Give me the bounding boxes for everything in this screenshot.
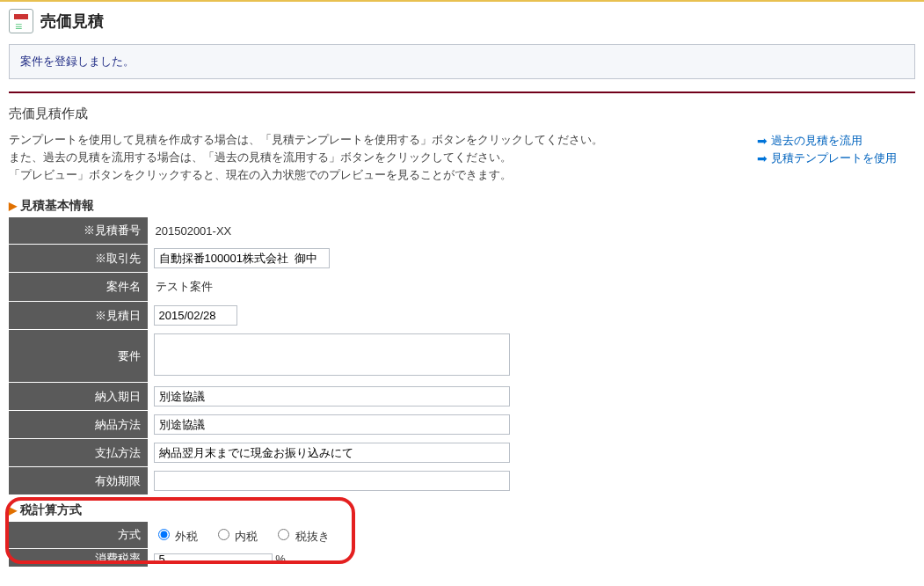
- tax-section-wrap: ▶ 税計算方式 方式 外税 内税 税抜き 消費税率 %: [0, 495, 924, 568]
- label-delivery-date: 納入期日: [9, 383, 148, 411]
- page-header: 売価見積: [0, 2, 924, 44]
- tax-rate-suffix: %: [275, 553, 286, 566]
- radio-none[interactable]: 税抜き: [273, 530, 330, 543]
- instruction-line: テンプレートを使用して見積を作成する場合は、「見積テンプレートを使用する」ボタン…: [9, 131, 739, 149]
- label-estimate-date: ※見積日: [9, 302, 148, 330]
- section-tax-title: ▶ 税計算方式: [0, 495, 924, 522]
- section-tax-label: 税計算方式: [20, 502, 82, 518]
- radio-internal-label: 内税: [235, 530, 258, 543]
- triangle-icon: ▶: [9, 504, 17, 516]
- arrow-right-icon: ➡: [757, 134, 768, 148]
- payment-method-input[interactable]: [154, 443, 510, 463]
- instruction-text: テンプレートを使用して見積を作成する場合は、「見積テンプレートを使用する」ボタン…: [9, 131, 739, 184]
- label-valid-until: 有効期限: [9, 467, 148, 495]
- subheader: 売価見積作成: [0, 102, 924, 131]
- divider: [9, 92, 915, 93]
- label-tax-rate: 消費税率: [9, 549, 148, 568]
- use-template-link[interactable]: ➡ 見積テンプレートを使用: [757, 150, 915, 166]
- basic-info-table: ※見積番号 201502001-XX ※取引先 案件名 テスト案件 ※見積日 要…: [9, 217, 915, 495]
- label-requirements: 要件: [9, 330, 148, 383]
- radio-external-label: 外税: [175, 530, 198, 543]
- section-basic-title: ▶ 見積基本情報: [0, 196, 924, 217]
- radio-none-label: 税抜き: [295, 530, 330, 543]
- triangle-icon: ▶: [9, 200, 17, 212]
- estimate-date-input[interactable]: [154, 305, 237, 326]
- instruction-line: また、過去の見積を流用する場合は、「過去の見積を流用する」ボタンをクリックしてく…: [9, 149, 739, 166]
- delivery-date-input[interactable]: [154, 386, 510, 407]
- radio-external-input[interactable]: [158, 529, 170, 540]
- label-delivery-method: 納品方法: [9, 411, 148, 439]
- label-payment-method: 支払方法: [9, 439, 148, 467]
- label-tax-method: 方式: [9, 522, 148, 549]
- value-project-name: テスト案件: [154, 276, 911, 297]
- instruction-line: 「プレビュー」ボタンをクリックすると、現在の入力状態でのプレビューを見ることがで…: [9, 166, 739, 184]
- value-estimate-no: 201502001-XX: [154, 222, 911, 240]
- notice-message: 案件を登録しました。: [9, 44, 915, 79]
- tax-rate-input[interactable]: [154, 553, 273, 564]
- partner-input[interactable]: [154, 248, 330, 268]
- label-estimate-no: ※見積番号: [9, 217, 148, 245]
- radio-none-input[interactable]: [278, 529, 289, 540]
- radio-internal-input[interactable]: [218, 529, 229, 540]
- estimate-icon: [9, 9, 33, 33]
- instruction-row: テンプレートを使用して見積を作成する場合は、「見積テンプレートを使用する」ボタン…: [0, 131, 924, 196]
- tax-method-radio-group: 外税 内税 税抜き: [154, 530, 342, 543]
- radio-internal[interactable]: 内税: [214, 530, 258, 543]
- label-project-name: 案件名: [9, 273, 148, 302]
- delivery-method-input[interactable]: [154, 414, 510, 435]
- radio-external[interactable]: 外税: [154, 530, 199, 543]
- page-title: 売価見積: [40, 11, 104, 32]
- use-template-label: 見積テンプレートを使用: [771, 150, 897, 166]
- requirements-input[interactable]: [154, 333, 510, 376]
- arrow-right-icon: ➡: [757, 151, 768, 165]
- valid-until-input[interactable]: [154, 471, 510, 491]
- action-links: ➡ 過去の見積を流用 ➡ 見積テンプレートを使用: [757, 131, 915, 184]
- tax-table: 方式 外税 内税 税抜き 消費税率 %: [9, 522, 915, 568]
- label-partner: ※取引先: [9, 245, 148, 273]
- reuse-past-link[interactable]: ➡ 過去の見積を流用: [757, 133, 915, 149]
- section-basic-label: 見積基本情報: [20, 198, 94, 214]
- reuse-past-label: 過去の見積を流用: [771, 133, 862, 149]
